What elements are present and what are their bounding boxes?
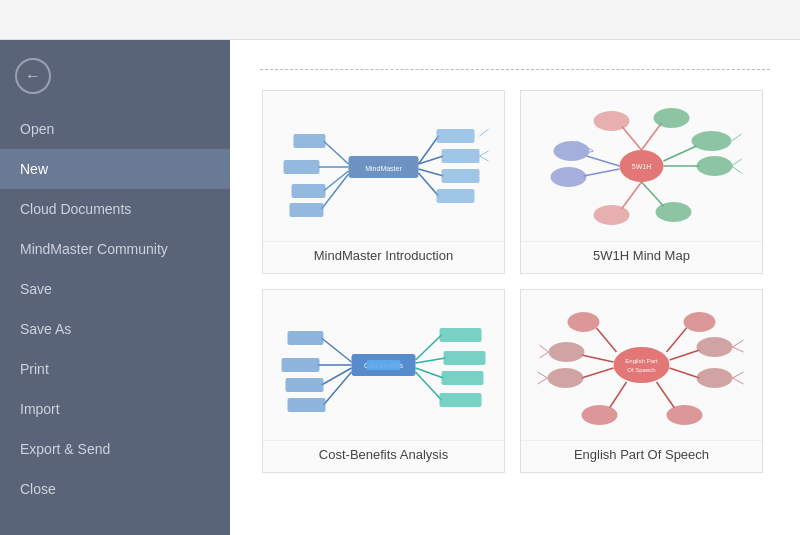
svg-rect-53 — [288, 398, 326, 412]
sidebar-nav: OpenNewCloud DocumentsMindMaster Communi… — [0, 109, 230, 509]
sidebar-item-open[interactable]: Open — [0, 109, 230, 149]
svg-line-2 — [324, 141, 349, 164]
template-thumbnail-english-part-of-speech: English Part Of Speech — [521, 290, 762, 440]
template-label-cost-benefits: Cost-Benefits Analysis — [263, 440, 504, 472]
svg-line-27 — [587, 156, 620, 166]
svg-line-14 — [419, 169, 444, 176]
svg-line-43 — [732, 166, 742, 173]
svg-rect-56 — [440, 328, 482, 342]
template-card-5w1h-mind-map[interactable]: 5W1H 5W1H Mind Map — [520, 90, 763, 274]
svg-rect-58 — [444, 351, 486, 365]
template-label-mindmaster-intro: MindMaster Introduction — [263, 241, 504, 273]
svg-point-77 — [697, 368, 733, 388]
svg-point-26 — [654, 108, 690, 128]
svg-text:English Part: English Part — [625, 358, 658, 364]
content-area: MindMaster MindMaster Introduction 5W1H — [230, 40, 800, 535]
svg-line-78 — [610, 382, 627, 408]
svg-line-70 — [582, 355, 614, 362]
svg-rect-51 — [286, 378, 324, 392]
sidebar-item-save-as[interactable]: Save As — [0, 309, 230, 349]
sidebar-item-new[interactable]: New — [0, 149, 230, 189]
svg-rect-7 — [292, 184, 326, 198]
svg-point-81 — [667, 405, 703, 425]
svg-line-18 — [480, 129, 489, 136]
svg-line-23 — [622, 126, 642, 150]
sidebar-item-cloud-documents[interactable]: Cloud Documents — [0, 189, 230, 229]
svg-line-87 — [733, 347, 744, 352]
svg-rect-47 — [288, 331, 324, 345]
svg-line-42 — [732, 159, 742, 166]
svg-rect-62 — [440, 393, 482, 407]
svg-point-63 — [614, 347, 670, 383]
svg-point-30 — [551, 167, 587, 187]
svg-line-55 — [416, 335, 442, 360]
svg-rect-11 — [437, 129, 475, 143]
svg-point-75 — [697, 337, 733, 357]
svg-line-37 — [642, 182, 664, 206]
svg-rect-60 — [442, 371, 484, 385]
svg-line-82 — [540, 345, 549, 352]
sidebar-item-export-send[interactable]: Export & Send — [0, 429, 230, 469]
svg-line-8 — [322, 174, 349, 209]
template-label-english-part-of-speech: English Part Of Speech — [521, 440, 762, 472]
svg-line-41 — [732, 134, 742, 141]
sidebar-item-close[interactable]: Close — [0, 469, 230, 509]
svg-point-79 — [582, 405, 618, 425]
svg-rect-54 — [367, 360, 401, 370]
template-thumbnail-cost-benefits: Cost-Benefits — [263, 290, 504, 440]
svg-line-10 — [419, 136, 439, 164]
template-thumbnail-5w1h-mind-map: 5W1H — [521, 91, 762, 241]
svg-line-83 — [540, 352, 549, 358]
svg-line-68 — [667, 328, 687, 352]
svg-line-89 — [733, 378, 744, 384]
svg-line-88 — [733, 372, 744, 378]
template-card-cost-benefits[interactable]: Cost-Benefits Cost-Benefits Analysis — [262, 289, 505, 473]
svg-line-20 — [480, 156, 489, 161]
svg-rect-49 — [282, 358, 320, 372]
svg-text:5W1H: 5W1H — [632, 163, 651, 170]
main-layout: ← OpenNewCloud DocumentsMindMaster Commu… — [0, 40, 800, 535]
svg-point-24 — [594, 111, 630, 131]
svg-point-36 — [594, 205, 630, 225]
svg-rect-13 — [442, 149, 480, 163]
svg-point-38 — [656, 202, 692, 222]
svg-line-86 — [733, 340, 744, 347]
sidebar-item-print[interactable]: Print — [0, 349, 230, 389]
svg-line-57 — [416, 358, 446, 363]
svg-rect-5 — [284, 160, 320, 174]
svg-point-28 — [554, 141, 590, 161]
divider — [260, 69, 770, 70]
svg-rect-15 — [442, 169, 480, 183]
sidebar-item-import[interactable]: Import — [0, 389, 230, 429]
svg-line-29 — [584, 169, 620, 176]
svg-line-84 — [538, 372, 548, 378]
template-scroll[interactable]: MindMaster MindMaster Introduction 5W1H — [260, 85, 770, 520]
svg-point-71 — [549, 342, 585, 362]
svg-line-76 — [670, 368, 700, 378]
svg-point-32 — [692, 131, 732, 151]
svg-line-74 — [670, 350, 700, 360]
sidebar: ← OpenNewCloud DocumentsMindMaster Commu… — [0, 40, 230, 535]
svg-text:Of Speech: Of Speech — [627, 367, 655, 373]
svg-line-6 — [324, 171, 349, 191]
sidebar-item-mindmaster-community[interactable]: MindMaster Community — [0, 229, 230, 269]
svg-line-72 — [582, 368, 614, 378]
svg-point-67 — [568, 312, 600, 332]
svg-point-73 — [548, 368, 584, 388]
template-card-english-part-of-speech[interactable]: English Part Of Speech English Part Of — [520, 289, 763, 473]
svg-line-35 — [622, 182, 642, 209]
template-grid: MindMaster MindMaster Introduction 5W1H — [260, 85, 765, 478]
template-label-5w1h-mind-map: 5W1H Mind Map — [521, 241, 762, 273]
sidebar-item-save[interactable]: Save — [0, 269, 230, 309]
template-card-mindmaster-intro[interactable]: MindMaster MindMaster Introduction — [262, 90, 505, 274]
svg-rect-3 — [294, 134, 326, 148]
svg-line-85 — [538, 378, 548, 384]
back-button[interactable]: ← — [15, 58, 51, 94]
svg-line-16 — [419, 173, 439, 196]
svg-line-19 — [480, 151, 489, 156]
svg-line-46 — [322, 338, 352, 362]
svg-line-25 — [642, 123, 662, 150]
svg-line-66 — [597, 328, 617, 352]
svg-line-52 — [324, 372, 352, 405]
svg-line-80 — [657, 382, 675, 408]
